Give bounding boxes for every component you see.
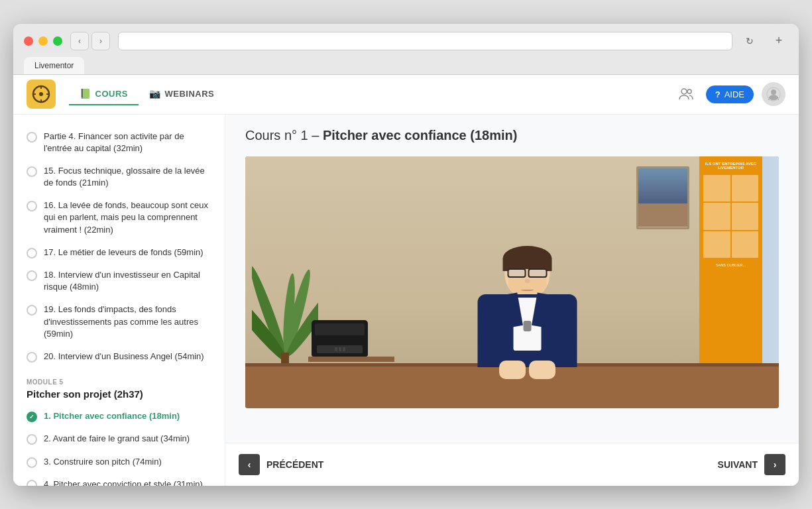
browser-tab[interactable]: Livementor — [24, 57, 84, 74]
logo[interactable] — [27, 80, 56, 109]
book-icon: 📗 — [80, 88, 91, 99]
completion-circle — [27, 248, 37, 258]
new-tab-button[interactable]: + — [770, 32, 788, 50]
list-item[interactable]: 19. Les fonds d'impacts, des fonds d'inv… — [13, 298, 225, 345]
completion-circle — [27, 270, 37, 281]
list-item[interactable]: 3. Construire son pitch (74min) — [13, 451, 225, 473]
svg-point-6 — [681, 89, 687, 94]
completion-circle — [27, 352, 37, 363]
maximize-button[interactable] — [53, 36, 62, 46]
banner-footer: SANS OUBLIER... — [703, 263, 758, 267]
plant-svg — [252, 260, 318, 366]
logo-icon — [32, 85, 50, 103]
users-icon-button[interactable] — [674, 82, 698, 106]
typewriter — [312, 320, 368, 357]
next-arrow-icon: › — [764, 454, 785, 475]
list-item[interactable]: Partie 4. Financer son activite par de l… — [13, 125, 225, 160]
completion-circle — [27, 480, 37, 486]
webinars-label: WEBINARS — [164, 89, 214, 99]
reload-button[interactable]: ↻ — [740, 32, 759, 50]
course-title: Cours n° 1 – Pitcher avec confiance (18m… — [245, 128, 779, 143]
list-item[interactable]: 18. Interview d'un investisseur en Capit… — [13, 264, 225, 298]
completion-circle — [27, 201, 37, 211]
list-item[interactable]: 2. Avant de faire le grand saut (34min) — [13, 427, 225, 450]
back-button[interactable]: ‹ — [70, 32, 89, 50]
list-item[interactable]: 17. Le métier de leveurs de fonds (59min… — [13, 241, 225, 264]
module-header: MODULE 5 Pitcher son projet (2h37) — [13, 368, 225, 405]
shelf — [308, 357, 394, 362]
nav-tabs: 📗 COURS 📷 WEBINARS — [69, 83, 225, 105]
completion-circle — [27, 132, 37, 142]
course-panel: Cours n° 1 – Pitcher avec confiance (18m… — [225, 115, 799, 486]
course-navigation: ‹ PRÉCÉDENT SUIVANT › — [225, 443, 799, 486]
user-avatar[interactable] — [762, 82, 785, 106]
list-item-active[interactable]: ✓ 1. Pitcher avec confiance (18min) — [13, 405, 225, 427]
tab-webinars[interactable]: 📷 WEBINARS — [139, 83, 225, 105]
completion-circle — [27, 457, 37, 468]
prev-label: PRÉCÉDENT — [266, 459, 323, 470]
completion-circle — [27, 434, 37, 445]
tab-label: Livementor — [34, 61, 74, 70]
completion-circle-done: ✓ — [27, 412, 37, 422]
svg-point-8 — [771, 89, 776, 95]
traffic-lights — [24, 36, 62, 46]
list-item[interactable]: 15. Focus technique, glossaire de la lev… — [13, 160, 225, 194]
banner-headline: ILS ONT ENTREPRIS AVEC LIVEMENTOR — [703, 162, 758, 170]
help-label: AIDE — [725, 89, 744, 99]
minimize-button[interactable] — [38, 36, 48, 46]
plant — [252, 260, 318, 368]
app-container: 📗 COURS 📷 WEBINARS — [13, 75, 799, 486]
prev-button[interactable]: ‹ PRÉCÉDENT — [239, 454, 323, 475]
next-button[interactable]: SUIVANT › — [718, 454, 785, 475]
help-icon: ? — [715, 89, 721, 99]
next-label: SUIVANT — [718, 459, 758, 470]
module-label: MODULE 5 — [27, 378, 211, 386]
forward-button[interactable]: › — [91, 32, 110, 50]
module-title: Pitcher son projet (2h37) — [27, 388, 211, 400]
header-right: ? AIDE — [674, 82, 785, 106]
list-item[interactable]: 4. Pitcher avec conviction et style (31m… — [13, 473, 225, 486]
sidebar: Partie 4. Financer son activite par de l… — [13, 115, 225, 486]
camera-icon: 📷 — [149, 88, 161, 99]
completion-circle — [27, 305, 37, 315]
help-button[interactable]: ? AIDE — [706, 85, 754, 103]
main-content: Partie 4. Financer son activite par de l… — [13, 115, 799, 486]
browser-window: ‹ › ↻ + Livementor — [13, 24, 799, 486]
svg-point-1 — [39, 92, 43, 96]
address-bar[interactable] — [118, 32, 732, 50]
avatar-icon — [766, 87, 781, 101]
browser-chrome: ‹ › ↻ + Livementor — [13, 24, 799, 75]
list-item[interactable]: 20. Interview d'un Business Angel (54min… — [13, 345, 225, 368]
close-button[interactable] — [24, 36, 33, 46]
cours-label: COURS — [95, 89, 128, 99]
person — [477, 246, 577, 367]
svg-point-7 — [687, 89, 691, 93]
prev-arrow-icon: ‹ — [239, 454, 260, 475]
photos-grid — [703, 175, 758, 258]
users-icon — [679, 87, 693, 101]
tab-cours[interactable]: 📗 COURS — [69, 83, 139, 105]
wall-art — [636, 166, 689, 229]
app-header: 📗 COURS 📷 WEBINARS — [13, 75, 799, 115]
course-content-area: Cours n° 1 – Pitcher avec confiance (18m… — [225, 115, 799, 443]
video-player[interactable]: ILS ONT ENTREPRIS AVEC LIVEMENTOR SANS O… — [245, 156, 779, 408]
completion-circle — [27, 166, 37, 177]
list-item[interactable]: 16. La levée de fonds, beaucoup sont ceu… — [13, 194, 225, 241]
